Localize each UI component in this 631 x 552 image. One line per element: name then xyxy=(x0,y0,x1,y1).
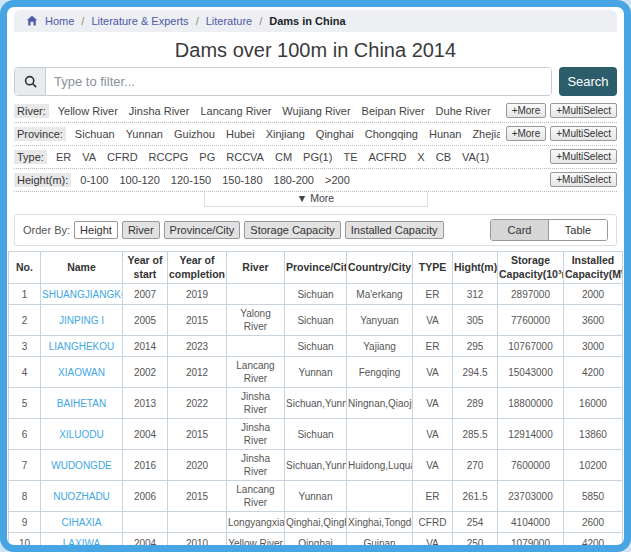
more-expander[interactable]: ▼ More xyxy=(204,192,428,207)
filter-option-cfrd[interactable]: CFRD xyxy=(107,151,138,163)
filter-option-180-200[interactable]: 180-200 xyxy=(274,174,314,186)
filter-option-120-150[interactable]: 120-150 xyxy=(171,174,211,186)
breadcrumb-item-dams-in-china: Dams in China xyxy=(269,15,345,27)
filter-option-pg-1[interactable]: PG(1) xyxy=(303,151,332,163)
table-cell: 18800000 xyxy=(498,388,564,419)
filter-option-duhe-river[interactable]: Duhe River xyxy=(436,105,491,117)
table-cell: 10767000 xyxy=(498,336,564,357)
table-view-button[interactable]: Table xyxy=(549,220,607,240)
table-cell: 23703000 xyxy=(498,481,564,512)
filter-option-100-120[interactable]: 100-120 xyxy=(119,174,159,186)
filter-option-guizhou[interactable]: Guizhou xyxy=(174,128,215,140)
table-cell: 2002 xyxy=(123,357,168,388)
filter-option-hunan[interactable]: Hunan xyxy=(429,128,461,140)
view-toggle: Card Table xyxy=(490,219,608,241)
order-by-button-province-city[interactable]: Province/City xyxy=(164,221,241,239)
dam-name-link[interactable]: XILUODU xyxy=(41,419,123,450)
filter-option-va[interactable]: VA xyxy=(82,151,96,163)
filter-option-rccva[interactable]: RCCVA xyxy=(226,151,264,163)
filter-option-zhejiang[interactable]: Zhejiang xyxy=(472,128,499,140)
table-cell: Xinghai,Tongde xyxy=(347,512,413,533)
table-row: 9CIHAXIALongyangxiaQinghai,QinghaiXingha… xyxy=(9,512,623,533)
filter-option-wujiang-river[interactable]: Wujiang River xyxy=(282,105,350,117)
filter-option-cm[interactable]: CM xyxy=(275,151,292,163)
filter-option-rccpg[interactable]: RCCPG xyxy=(149,151,189,163)
dam-name-link[interactable]: SHUANGJIANGKOU xyxy=(41,284,123,305)
filter-label-type: Type: xyxy=(14,150,47,164)
dam-name-link[interactable]: CIHAXIA xyxy=(41,512,123,533)
search-button[interactable]: Search xyxy=(559,67,617,96)
filter-option-qinghai[interactable]: Qinghai xyxy=(316,128,354,140)
home-icon[interactable] xyxy=(26,15,38,27)
filter-label-province: Province: xyxy=(14,127,66,141)
order-by-button-height[interactable]: Height xyxy=(74,221,118,239)
dam-name-link[interactable]: LIANGHEKOU xyxy=(41,336,123,357)
breadcrumb-item-literature-experts[interactable]: Literature & Experts xyxy=(91,15,188,27)
table-cell: Ningnan,Qiaojia xyxy=(347,388,413,419)
multiselect-button[interactable]: +MultiSelect xyxy=(550,126,617,141)
filter-option-150-180[interactable]: 150-180 xyxy=(222,174,262,186)
filter-option-lancang-river[interactable]: Lancang River xyxy=(200,105,271,117)
filter-option-0-100[interactable]: 0-100 xyxy=(80,174,108,186)
dam-name-link[interactable]: WUDONGDE xyxy=(41,450,123,481)
multiselect-button[interactable]: +MultiSelect xyxy=(550,103,617,118)
order-by-button-installed-capacity[interactable]: Installed Capacity xyxy=(345,221,444,239)
filter-option-va-1[interactable]: VA(1) xyxy=(462,151,489,163)
filter-row-province: Province:SichuanYunnanGuizhouHubeiXinjia… xyxy=(14,123,617,146)
filter-option-te[interactable]: TE xyxy=(343,151,357,163)
filter-row-height-m: Height(m):0-100100-120120-150150-180180-… xyxy=(14,169,617,192)
table-cell: Sichuan xyxy=(285,336,347,357)
table-cell xyxy=(168,512,227,533)
multiselect-button[interactable]: +MultiSelect xyxy=(550,149,617,164)
table-cell: 5850 xyxy=(564,481,623,512)
breadcrumb-separator: / xyxy=(259,15,262,27)
breadcrumb-item-literature[interactable]: Literature xyxy=(206,15,252,27)
filter-option-xinjiang[interactable]: Xinjiang xyxy=(266,128,305,140)
column-header-year-of-completion: Year of completion xyxy=(168,252,227,284)
filter-label-height-m: Height(m): xyxy=(14,173,71,187)
filter-option-er[interactable]: ER xyxy=(56,151,71,163)
table-cell: 3600 xyxy=(564,305,623,336)
card-view-button[interactable]: Card xyxy=(491,220,549,240)
filter-option-jinsha-river[interactable]: Jinsha River xyxy=(129,105,190,117)
filter-option-cb[interactable]: CB xyxy=(436,151,451,163)
filter-option-200[interactable]: >200 xyxy=(325,174,350,186)
more-button[interactable]: +More xyxy=(506,126,547,141)
filter-option-hubei[interactable]: Hubei xyxy=(226,128,255,140)
filter-option-x[interactable]: X xyxy=(417,151,424,163)
filter-options: 0-100100-120120-150150-180180-200>200 xyxy=(80,174,544,186)
table-cell: 4 xyxy=(9,357,41,388)
table-cell: 294.5 xyxy=(453,357,498,388)
search-input[interactable] xyxy=(46,68,551,95)
filter-option-sichuan[interactable]: Sichuan xyxy=(75,128,115,140)
search-bar: Search xyxy=(14,67,617,96)
filter-option-yunnan[interactable]: Yunnan xyxy=(126,128,163,140)
table-cell: Yalong River xyxy=(227,305,285,336)
dam-name-link[interactable]: XIAOWAN xyxy=(41,357,123,388)
breadcrumb-item-home[interactable]: Home xyxy=(45,15,74,27)
chevron-down-icon: ▼ xyxy=(297,192,307,204)
table-cell: Fengqing xyxy=(347,357,413,388)
order-by-button-storage-capacity[interactable]: Storage Capacity xyxy=(244,221,340,239)
dam-name-link[interactable]: LAXIWA xyxy=(41,533,123,552)
page-frame: Home/Literature & Experts/Literature/Dam… xyxy=(0,0,631,552)
dam-name-link[interactable]: BAIHETAN xyxy=(41,388,123,419)
filter-option-pg[interactable]: PG xyxy=(199,151,215,163)
filter-option-acfrd[interactable]: ACFRD xyxy=(368,151,406,163)
dam-name-link[interactable]: NUOZHADU xyxy=(41,481,123,512)
order-by-button-river[interactable]: River xyxy=(122,221,160,239)
filter-option-chongqing[interactable]: Chongqing xyxy=(365,128,418,140)
table-cell: Yellow River xyxy=(227,533,285,552)
table-cell: 2013 xyxy=(123,388,168,419)
multiselect-button[interactable]: +MultiSelect xyxy=(550,172,617,187)
table-cell: VA xyxy=(413,388,453,419)
more-button[interactable]: +More xyxy=(506,103,547,118)
breadcrumb-separator: / xyxy=(81,15,84,27)
table-cell: Yanyuan xyxy=(347,305,413,336)
filter-buttons: +More+MultiSelect xyxy=(506,126,617,141)
filter-option-yellow-river[interactable]: Yellow River xyxy=(58,105,118,117)
filter-option-beipan-river[interactable]: Beipan River xyxy=(362,105,425,117)
dam-name-link[interactable]: JINPING I xyxy=(41,305,123,336)
table-cell: 2016 xyxy=(123,450,168,481)
table-cell: 7760000 xyxy=(498,305,564,336)
